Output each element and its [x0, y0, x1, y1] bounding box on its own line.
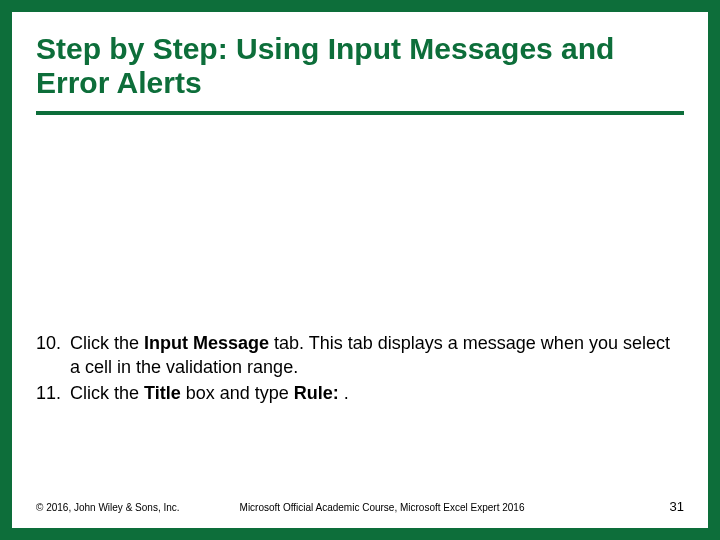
item-number: 11. — [36, 382, 70, 406]
copyright: © 2016, John Wiley & Sons, Inc. — [36, 502, 180, 513]
item-number: 10. — [36, 332, 70, 380]
page-number: 31 — [670, 499, 684, 514]
course-name: Microsoft Official Academic Course, Micr… — [240, 502, 670, 513]
slide-title: Step by Step: Using Input Messages and E… — [36, 32, 684, 99]
item-text: Click the Input Message tab. This tab di… — [70, 332, 684, 380]
list-item: 11. Click the Title box and type Rule: . — [36, 382, 684, 406]
title-block: Step by Step: Using Input Messages and E… — [12, 12, 708, 107]
body-text: 10. Click the Input Message tab. This ta… — [36, 332, 684, 407]
numbered-list: 10. Click the Input Message tab. This ta… — [36, 332, 684, 405]
title-underline — [36, 111, 684, 115]
list-item: 10. Click the Input Message tab. This ta… — [36, 332, 684, 380]
item-text: Click the Title box and type Rule: . — [70, 382, 684, 406]
footer: © 2016, John Wiley & Sons, Inc. Microsof… — [36, 499, 684, 514]
slide: Step by Step: Using Input Messages and E… — [12, 12, 708, 528]
